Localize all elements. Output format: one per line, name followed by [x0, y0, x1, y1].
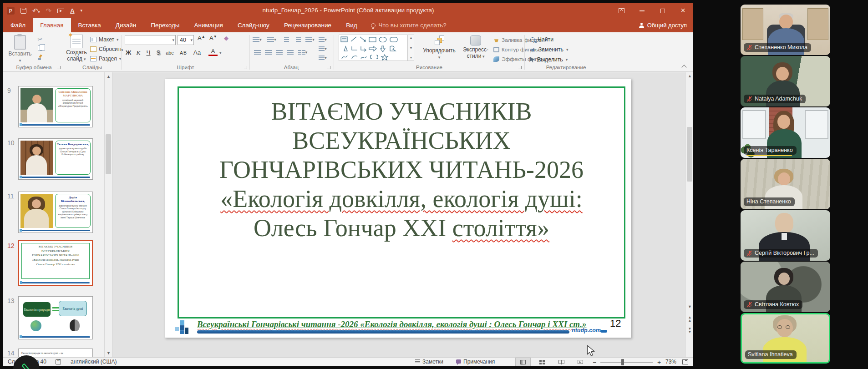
zoom-out-button[interactable]: − [593, 359, 596, 366]
comments-button[interactable]: Примечания [456, 359, 495, 365]
tab-review[interactable]: Рецензирование [277, 18, 339, 32]
notes-button[interactable]: Заметки [415, 359, 443, 365]
reset-button[interactable]: Сбросить [90, 46, 123, 52]
scroll-down-icon[interactable]: ▼ [686, 304, 694, 309]
zoom-in-button[interactable]: + [657, 359, 661, 366]
slide-sorter-view-button[interactable] [534, 358, 550, 366]
tab-transitions[interactable]: Переходы [143, 18, 187, 32]
thumbnail-scrollbar[interactable]: ▲ ▼ [104, 72, 112, 357]
convert-smartart-button[interactable]: ▾ [318, 53, 328, 62]
layout-button[interactable]: Макет▾ [90, 36, 119, 43]
participant-tile-3[interactable]: Ксенія Тараненко [741, 107, 830, 158]
font-dialog-launcher[interactable] [244, 66, 247, 69]
slide-title-box[interactable]: ВІТАЄМО УЧАСНИКІВ ВСЕУКРАЇНСЬКИХ ГОНЧАРІ… [178, 86, 625, 318]
language-indicator[interactable]: английский (США) [71, 359, 117, 365]
ribbon-display-options-button[interactable] [611, 3, 632, 18]
next-slide-button[interactable]: ▼▼ [686, 327, 694, 334]
minimize-button[interactable] [632, 3, 652, 18]
grow-font-button[interactable]: А▲ [198, 35, 205, 41]
font-name-combo[interactable]: ▾ [125, 35, 176, 45]
participant-tile-4[interactable]: Ніна Степаненко [741, 159, 830, 209]
previous-slide-button[interactable]: ▲▲ [686, 316, 694, 322]
thumbnail-slide-12-selected[interactable]: ВІТАЄМО УЧАСНИКІВ ВСЕУКРАЇНСЬКИХ ГОНЧАРІ… [18, 240, 93, 286]
close-button[interactable]: × [673, 3, 693, 18]
change-case-button[interactable]: Аа [191, 48, 203, 57]
clipboard-dialog-launcher[interactable] [57, 66, 61, 69]
font-size-combo[interactable]: 40▾ [178, 35, 194, 45]
font-color-button[interactable]: А [208, 48, 218, 56]
underline-button[interactable]: Ч [144, 48, 153, 57]
text-direction-button[interactable]: ▾ [318, 35, 328, 44]
thumbnail-slide-9[interactable]: Світлана Миколаївна МАРТИНОВА провідний … [18, 86, 93, 127]
replace-button[interactable]: abЗаменить▾ [530, 46, 568, 53]
normal-view-button[interactable] [515, 358, 531, 366]
tab-insert[interactable]: Вставка [71, 18, 108, 32]
participant-tile-1[interactable]: Степаненко Микола [741, 5, 830, 55]
zoom-percentage[interactable]: 73% [665, 359, 676, 365]
columns-button[interactable]: ▾ [298, 48, 308, 57]
increase-indent-button[interactable] [293, 35, 303, 44]
numbering-button[interactable]: ▾ [267, 35, 277, 44]
tab-design[interactable]: Дизайн [108, 18, 143, 32]
tab-animations[interactable]: Анимация [187, 18, 230, 32]
select-button[interactable]: Выделить▾ [530, 56, 568, 63]
character-spacing-button[interactable]: АВ [178, 48, 189, 57]
redo-icon[interactable]: ↷ [46, 7, 52, 14]
participant-tile-5[interactable]: Сергій Вікторович Гр... [741, 210, 830, 261]
font-style-icon[interactable]: А [70, 7, 74, 14]
cut-button[interactable]: ✂ [36, 35, 45, 43]
thumbnail-slide-13[interactable]: Екологія природи Екологія душі [18, 296, 93, 339]
copy-button[interactable] [36, 44, 45, 52]
bold-button[interactable]: Ж [124, 48, 133, 57]
arrange-button[interactable]: Упорядочить▾ [420, 35, 459, 60]
spellcheck-icon[interactable] [56, 359, 61, 365]
bullets-button[interactable]: ▾ [252, 35, 262, 44]
italic-button[interactable]: К [134, 48, 143, 57]
shapes-gallery[interactable]: ▲▼▾ [339, 35, 408, 61]
participant-tile-2[interactable]: Natalya Adamchuk [741, 56, 830, 106]
save-icon[interactable] [20, 8, 26, 14]
tell-me-box[interactable]: Что вы хотите сделать? [365, 18, 447, 32]
customize-qat-icon[interactable]: ▾ [81, 9, 83, 13]
text-shadow-button[interactable]: S [154, 48, 163, 57]
restore-button[interactable] [652, 3, 673, 18]
format-painter-button[interactable] [36, 53, 45, 61]
collapse-ribbon-button[interactable] [681, 65, 687, 69]
align-right-button[interactable] [274, 48, 284, 57]
tab-slideshow[interactable]: Слайд-шоу [230, 18, 277, 32]
undo-icon[interactable]: ↶▾ [32, 7, 40, 14]
thumbnail-slide-10[interactable]: Тетяна Бондаревська, директорка музею-са… [18, 138, 93, 180]
slide-scrollbar[interactable]: ▲ ▼ ▲▲ ▼▼ [685, 72, 693, 357]
align-left-button[interactable] [252, 48, 262, 57]
slideshow-view-button[interactable] [573, 358, 588, 366]
thumb-scroll-down-icon[interactable]: ▼ [105, 351, 112, 355]
thumbnail-slide-11[interactable]: Дарія Білокобильська, директорка музею-к… [18, 192, 93, 233]
zoom-slider[interactable] [600, 362, 653, 363]
paragraph-dialog-launcher[interactable] [327, 66, 330, 69]
clear-formatting-button[interactable]: ◆ [224, 35, 228, 41]
thumb-scroll-thumb[interactable] [106, 134, 111, 174]
shapes-gallery-scroll[interactable]: ▲▼▾ [408, 35, 414, 61]
tab-view[interactable]: Вид [339, 18, 364, 32]
paste-button[interactable]: Вставить▾ [8, 35, 32, 63]
thumb-scroll-up-icon[interactable]: ▲ [105, 74, 112, 79]
scroll-thumb[interactable] [687, 127, 692, 182]
scroll-up-icon[interactable]: ▲ [686, 74, 694, 78]
share-button[interactable]: Общий доступ [639, 18, 687, 32]
tab-file[interactable]: Файл [3, 18, 33, 32]
current-slide[interactable]: ВІТАЄМО УЧАСНИКІВ ВСЕУКРАЇНСЬКИХ ГОНЧАРІ… [165, 79, 631, 338]
find-button[interactable]: Найти [530, 36, 553, 43]
justify-button[interactable] [285, 48, 295, 57]
line-spacing-button[interactable]: ▾ [305, 35, 315, 44]
drawing-dialog-launcher[interactable] [518, 66, 522, 69]
participant-tile-6[interactable]: Світлана Ковтюх [741, 262, 830, 312]
section-button[interactable]: Раздел▾ [90, 56, 121, 62]
new-slide-button[interactable]: Создать слайд ▾ [65, 35, 88, 62]
zoom-slider-thumb[interactable] [621, 359, 624, 365]
shrink-font-button[interactable]: А▼ [209, 35, 217, 41]
start-slideshow-icon[interactable] [57, 9, 64, 13]
tab-home[interactable]: Главная [33, 18, 71, 32]
participant-tile-7-active-speaker[interactable]: Svitlana Ihnatieva [741, 313, 830, 364]
align-text-button[interactable]: ▾ [318, 44, 328, 53]
font-color-dropdown[interactable]: ▾ [219, 51, 222, 55]
